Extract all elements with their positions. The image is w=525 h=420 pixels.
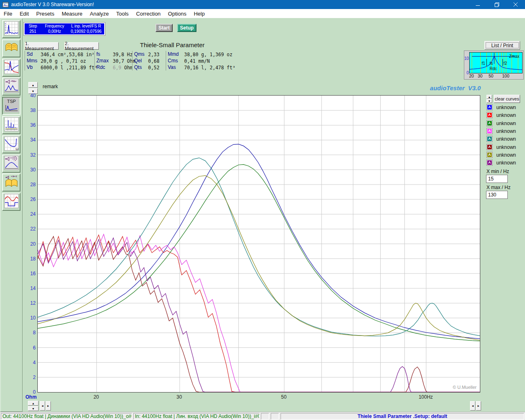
xmax-input[interactable] bbox=[486, 191, 508, 199]
curve-color-swatch[interactable]: A bbox=[486, 136, 493, 142]
frequency-label: Frequency bbox=[41, 23, 68, 29]
curve-color-swatch[interactable]: A bbox=[486, 152, 493, 158]
param-value: 70,16 l, 2,478 ft³ bbox=[184, 65, 235, 71]
x-scroll-right-button-2[interactable]: ► bbox=[476, 401, 481, 411]
tab-measurement-2[interactable]: 2. Measurement bbox=[64, 42, 99, 50]
curve-color-swatch[interactable]: A bbox=[486, 112, 493, 118]
curve-name-label: unknown bbox=[496, 121, 516, 126]
menu-item-measure[interactable]: Measure bbox=[58, 10, 86, 18]
tsp-icon: TSP bbox=[4, 98, 19, 114]
close-button[interactable] bbox=[506, 0, 525, 9]
param-row-qel: Qel0,68 bbox=[134, 57, 165, 64]
x-axis-tick: 20 bbox=[84, 394, 109, 400]
y-unit-label: Ohm bbox=[25, 394, 37, 400]
y-axis-tick: 26 bbox=[23, 196, 36, 202]
curve-letter: A bbox=[487, 153, 492, 157]
curve-letter: A bbox=[487, 160, 492, 165]
curve-list-up-button[interactable]: ▲ bbox=[486, 95, 492, 99]
y-zoom-down-button[interactable]: ▼ bbox=[28, 406, 39, 411]
curve-name-label: unknown bbox=[496, 112, 516, 118]
restore-button[interactable] bbox=[487, 0, 506, 9]
sidebar-button-tsp[interactable]: TSP bbox=[2, 97, 21, 115]
tab-measurement-1[interactable]: 1. Measurement bbox=[25, 42, 59, 50]
sidebar-button-impedance-measure[interactable] bbox=[2, 78, 21, 96]
param-label: Sd bbox=[27, 51, 41, 57]
xmin-input[interactable] bbox=[486, 175, 508, 183]
y-axis-tick: 24 bbox=[23, 211, 36, 217]
menu-item-correction[interactable]: Correction bbox=[132, 10, 164, 18]
tsp-group-3: Qms2,33Qel0,68Qts0,52 bbox=[132, 51, 165, 71]
curve-darkred bbox=[38, 236, 480, 392]
y-axis-tick: 38 bbox=[23, 107, 36, 113]
curve-letter: A bbox=[487, 145, 492, 149]
param-label: fs bbox=[96, 51, 113, 57]
statusbar-output-device: Out: 44100Hz float | Динамики (VIA HD Au… bbox=[1, 413, 132, 420]
curve-color-swatch[interactable]: A bbox=[486, 104, 493, 110]
sidebar-button-spectrum-analyzer[interactable] bbox=[2, 20, 21, 38]
menu-item-file[interactable]: File bbox=[0, 10, 16, 18]
tsp-group-1: Sd346,4 cm²,53,68 in²Mms20,0 g , 0,71 oz… bbox=[25, 51, 94, 71]
y-axis-tick: 40 bbox=[23, 93, 36, 98]
menu-item-edit[interactable]: Edit bbox=[16, 10, 32, 18]
sidebar-button-oscilloscope[interactable] bbox=[2, 193, 21, 211]
minimize-button[interactable] bbox=[468, 0, 487, 9]
clear-curves-button[interactable]: clear curves bbox=[494, 95, 520, 103]
svg-text:TSP: TSP bbox=[7, 99, 16, 104]
sidebar-button-phase-curve[interactable]: ω bbox=[2, 135, 21, 153]
xmax-label: X max / Hz bbox=[486, 185, 511, 190]
impedance-plot bbox=[37, 95, 480, 393]
x-axis-tick: 100Hz bbox=[413, 394, 438, 400]
impedance-plot-canvas bbox=[38, 96, 480, 392]
remark-label[interactable]: remark bbox=[43, 84, 58, 89]
y-axis-tick: 36 bbox=[23, 122, 36, 128]
statusbar-input-device: In: 44100Hz float | Лин. вход (VIA HD Au… bbox=[133, 413, 260, 420]
sidebar: TSPω bbox=[0, 18, 23, 412]
curve-color-swatch[interactable]: A bbox=[486, 120, 493, 126]
curve-color-swatch[interactable]: A bbox=[486, 160, 493, 166]
param-label: Rdc bbox=[96, 64, 113, 71]
y-scroll-up-button[interactable]: ▲ bbox=[28, 82, 38, 88]
tsp-group-4: Mmd38,80 g, 1,369 ozCms0,41 mm/NVas70,16… bbox=[166, 51, 250, 71]
sidebar-button-spectrum-peaks[interactable] bbox=[2, 116, 21, 134]
curve-purple bbox=[38, 238, 480, 392]
setup-button[interactable]: Setup bbox=[177, 24, 196, 32]
down-arrow-icon: ▼ bbox=[32, 407, 35, 410]
sidebar-button-sweep-generator[interactable] bbox=[2, 39, 21, 57]
x-scroll-left-button[interactable]: ◄ bbox=[40, 401, 45, 411]
y-axis-tick: 32 bbox=[23, 152, 36, 158]
y-axis-tick: 14 bbox=[23, 285, 36, 291]
param-value: 0,68 bbox=[148, 58, 160, 64]
curve-green bbox=[38, 164, 480, 341]
level-label: L inp. level/FS R bbox=[68, 23, 104, 29]
param-label: Cms bbox=[168, 57, 184, 64]
start-button[interactable]: Start bbox=[155, 24, 173, 32]
x-scroll-right-button[interactable]: ► bbox=[46, 401, 51, 411]
param-row-vb: Vb6000,0 l ,211,89 ft³ bbox=[27, 64, 94, 71]
sidebar-button-speaker-sweep[interactable] bbox=[2, 173, 21, 192]
app-icon bbox=[2, 2, 9, 7]
y-axis-tick: 4 bbox=[23, 360, 36, 365]
sidebar-button-frequency-response[interactable] bbox=[2, 59, 21, 77]
menu-item-presets[interactable]: Presets bbox=[32, 10, 58, 18]
curve-list-down-button[interactable]: ▼ bbox=[486, 99, 492, 103]
svg-text:fs: fs bbox=[490, 61, 493, 66]
curve-color-swatch[interactable]: A bbox=[486, 144, 493, 150]
y-zoom-up-button[interactable]: ▲ bbox=[28, 401, 39, 406]
menu-item-analyze[interactable]: Analyze bbox=[86, 10, 112, 18]
spectrum-analyzer-icon bbox=[4, 21, 19, 37]
left-arrow-icon: ◄ bbox=[471, 404, 474, 407]
param-label: Vb bbox=[27, 64, 41, 71]
right-arrow-icon: ► bbox=[477, 404, 480, 407]
menu-item-help[interactable]: Help bbox=[190, 10, 208, 18]
curve-color-swatch[interactable]: A bbox=[486, 128, 493, 134]
oscilloscope-icon bbox=[4, 194, 19, 210]
list-print-button[interactable]: List / Print bbox=[484, 41, 520, 50]
param-value: 346,4 cm²,53,68 in² bbox=[41, 52, 95, 57]
menu-item-options[interactable]: Options bbox=[164, 10, 190, 18]
sidebar-button-speaker-measure[interactable] bbox=[2, 155, 21, 173]
menu-item-tools[interactable]: Tools bbox=[112, 10, 132, 18]
x-scroll-left-button-2[interactable]: ◄ bbox=[470, 401, 475, 411]
curve-name-label: unknown bbox=[496, 144, 516, 150]
param-row-qts: Qts0,52 bbox=[134, 64, 165, 71]
minimize-icon bbox=[476, 2, 480, 7]
